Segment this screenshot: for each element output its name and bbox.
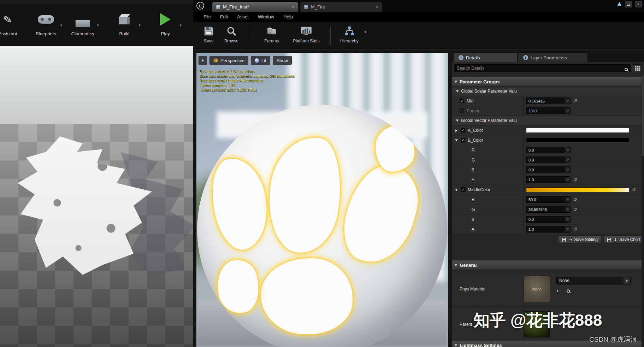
save-actions-row: → Save Sibling ↓ Save Child bbox=[452, 234, 644, 245]
param-value-input[interactable]: 100.0 ↗ bbox=[526, 107, 571, 114]
b-color-r-input[interactable]: 0.0 ↗ bbox=[526, 147, 571, 153]
b-color-g-input[interactable]: 0.0 ↗ bbox=[526, 157, 571, 163]
b-color-b-input[interactable]: 0.0 ↗ bbox=[526, 166, 571, 173]
toolbar-button-assistant[interactable]: ✎ Assistant bbox=[0, 9, 25, 45]
toolbar-button-blueprints[interactable]: ▾ Blueprints bbox=[29, 9, 63, 45]
chevron-down-icon[interactable]: ▾ bbox=[138, 23, 141, 28]
chevron-down-icon[interactable]: ▾ bbox=[179, 23, 182, 28]
b-color-channel-g: G 0.0 ↗ bbox=[452, 155, 644, 165]
scrollbar-thumb[interactable] bbox=[642, 75, 644, 156]
viewport-toolbar: ▼ Perspective Lit Show bbox=[199, 56, 292, 65]
browse-button[interactable]: Browse bbox=[216, 25, 247, 47]
window-restore-button[interactable] bbox=[625, 1, 632, 7]
main-editor-toolbar: ✎ Assistant ▾ Blueprints ▾ Cinematics ▾ … bbox=[0, 4, 193, 46]
expand-icon[interactable]: ▼ bbox=[456, 119, 459, 122]
checkbox-b-color[interactable]: ✓ bbox=[461, 138, 465, 142]
reset-to-default-icon[interactable]: ↺ bbox=[573, 197, 577, 202]
use-selected-asset-icon[interactable]: ← bbox=[556, 288, 561, 294]
checkbox-middle-color[interactable]: ✓ bbox=[461, 187, 465, 192]
close-icon[interactable]: × bbox=[376, 4, 379, 10]
show-button[interactable]: Show bbox=[273, 56, 292, 65]
reset-to-default-icon[interactable]: ↺ bbox=[573, 207, 577, 212]
expand-icon[interactable]: ▼ bbox=[455, 188, 458, 192]
menu-file[interactable]: File bbox=[199, 12, 215, 21]
expand-icon[interactable]: ▼ bbox=[455, 80, 457, 83]
spinbox-drag-icon[interactable]: ↗ bbox=[565, 227, 570, 232]
expand-icon[interactable]: ▼ bbox=[456, 89, 459, 93]
mid-value-input[interactable]: 0.161416 ↗ bbox=[526, 98, 571, 104]
toolbar-button-launch[interactable]: Launch bbox=[187, 9, 193, 45]
tab-details[interactable]: i Details bbox=[454, 53, 517, 62]
window-close-button[interactable]: × bbox=[635, 1, 642, 7]
reset-to-default-icon[interactable]: ↺ bbox=[573, 177, 577, 182]
chevron-down-icon[interactable]: ▾ bbox=[60, 23, 62, 28]
spinbox-drag-icon[interactable]: ↗ bbox=[565, 108, 570, 113]
details-scrollbar[interactable] bbox=[642, 74, 644, 347]
asset-tab-bar: u M_Fire_Inst* × M_Fire × × bbox=[193, 0, 644, 12]
spinbox-drag-icon[interactable]: ↗ bbox=[565, 147, 570, 153]
chevron-down-icon[interactable]: ▾ bbox=[97, 23, 99, 28]
hierarchy-button[interactable]: Hierarchy ▾ bbox=[334, 25, 365, 47]
browse-to-asset-icon[interactable] bbox=[567, 289, 570, 293]
b-color-a-input[interactable]: 1.0 ↗ bbox=[526, 176, 571, 183]
middle-color-swatch[interactable] bbox=[526, 187, 629, 192]
category-global-vector[interactable]: ▼ Global Vector Parameter Valu bbox=[452, 116, 644, 125]
section-parameter-groups[interactable]: ▼ Parameter Groups bbox=[452, 77, 644, 87]
lit-button[interactable]: Lit bbox=[251, 56, 270, 65]
spinbox-drag-icon[interactable]: ↗ bbox=[565, 157, 570, 163]
material-preview-viewport[interactable]: ▼ Perspective Lit Show Base pass shader:… bbox=[196, 53, 448, 347]
save-child-button[interactable]: ↓ Save Child bbox=[603, 236, 643, 243]
viewport-options-button[interactable]: ▼ bbox=[199, 56, 207, 65]
menu-help[interactable]: Help bbox=[279, 12, 297, 21]
toolbar-button-build[interactable]: ▾ Build bbox=[107, 9, 141, 45]
display-filter-button[interactable] bbox=[633, 64, 642, 72]
phys-material-thumbnail[interactable]: None bbox=[524, 276, 550, 302]
phys-material-dropdown[interactable]: None ▼ bbox=[556, 277, 631, 284]
search-details-input[interactable] bbox=[454, 64, 631, 72]
checkbox-a-color[interactable]: ✓ bbox=[461, 128, 465, 133]
menu-asset[interactable]: Asset bbox=[232, 12, 253, 21]
reset-to-default-icon[interactable]: ↺ bbox=[573, 98, 577, 104]
zhihu-watermark: 知乎 @花非花888 bbox=[473, 310, 602, 331]
menu-window[interactable]: Window bbox=[253, 12, 279, 21]
middle-color-r-input[interactable]: 50.0 ↗ bbox=[526, 196, 571, 203]
menu-edit[interactable]: Edit bbox=[215, 12, 232, 21]
toolbar-button-play[interactable]: ▾ Play bbox=[148, 9, 182, 45]
params-button[interactable]: Params bbox=[256, 25, 287, 47]
asset-tab-m-fire-inst[interactable]: M_Fire_Inst* × bbox=[212, 2, 299, 12]
tab-layer-parameters[interactable]: i Layer Parameters bbox=[518, 53, 587, 62]
expand-icon[interactable]: ▼ bbox=[455, 263, 457, 267]
spinbox-drag-icon[interactable]: ↗ bbox=[565, 217, 570, 222]
close-icon[interactable]: × bbox=[292, 4, 295, 10]
spinbox-drag-icon[interactable]: ↗ bbox=[565, 167, 570, 172]
toolbar-button-cinematics[interactable]: ▾ Cinematics bbox=[66, 9, 100, 45]
save-sibling-button[interactable]: → Save Sibling bbox=[558, 236, 601, 243]
expand-icon[interactable]: ▼ bbox=[455, 139, 458, 142]
platform-stats-button[interactable]: Platform Stats bbox=[288, 25, 325, 47]
param-row-mid: ✓ Mid 0.161416 ↗ ↺ bbox=[452, 96, 644, 106]
spinbox-drag-icon[interactable]: ↗ bbox=[565, 197, 570, 202]
spinbox-drag-icon[interactable]: ↗ bbox=[565, 177, 570, 182]
param-row-middle-color: ▼ ✓ MiddleColor ↺ bbox=[452, 185, 644, 195]
perspective-button[interactable]: Perspective bbox=[209, 56, 248, 65]
checkbox-mid[interactable]: ✓ bbox=[460, 99, 464, 103]
chevron-down-icon[interactable]: ▾ bbox=[364, 30, 366, 34]
marketplace-icon[interactable] bbox=[616, 1, 622, 7]
level-viewport[interactable] bbox=[0, 46, 193, 347]
reset-to-default-icon[interactable]: ↺ bbox=[573, 227, 577, 232]
a-color-swatch[interactable] bbox=[526, 128, 629, 133]
reset-to-default-icon[interactable]: ↺ bbox=[632, 187, 636, 192]
checkbox-param[interactable] bbox=[460, 108, 464, 113]
expand-icon[interactable]: ▶ bbox=[455, 129, 458, 132]
spinbox-drag-icon[interactable]: ↗ bbox=[565, 207, 570, 212]
expand-icon[interactable]: ▼ bbox=[455, 343, 457, 347]
asset-tab-m-fire[interactable]: M_Fire × bbox=[300, 2, 382, 12]
browse-magnifier-icon bbox=[216, 25, 247, 37]
section-general[interactable]: ▼ General bbox=[452, 260, 644, 270]
b-color-swatch[interactable] bbox=[526, 138, 629, 143]
middle-color-a-input[interactable]: 1.0 ↗ bbox=[526, 226, 571, 233]
spinbox-drag-icon[interactable]: ↗ bbox=[565, 98, 570, 104]
middle-color-g-input[interactable]: 38.597946 ↗ bbox=[526, 206, 571, 213]
middle-color-b-input[interactable]: 0.0 ↗ bbox=[526, 216, 571, 223]
category-global-scalar[interactable]: ▼ Global Scalar Parameter Valu bbox=[452, 87, 644, 96]
